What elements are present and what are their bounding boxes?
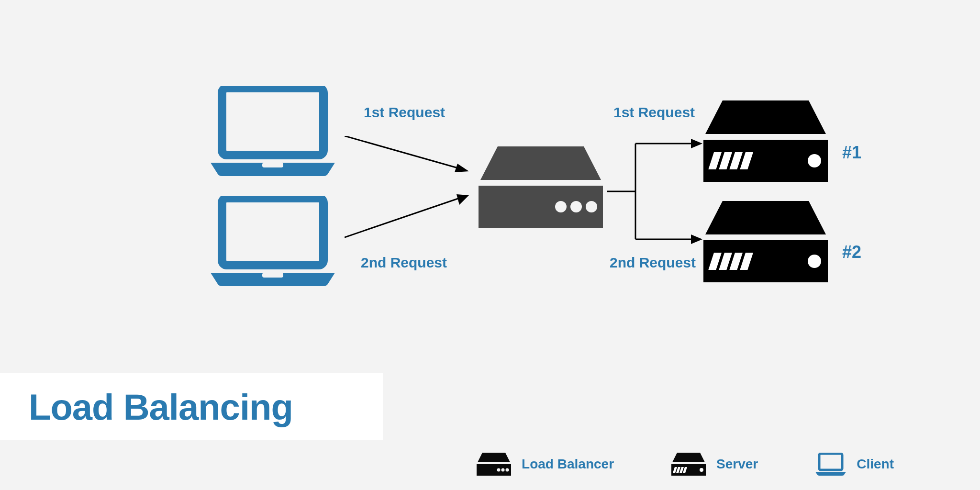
arrow-client2-to-lb (345, 191, 469, 239)
svg-point-32 (501, 468, 505, 472)
svg-point-5 (555, 201, 567, 212)
server-number-2: #2 (842, 242, 861, 262)
server-legend-icon (671, 453, 706, 476)
svg-point-7 (586, 201, 597, 212)
legend: Load Balancer Server Client (477, 453, 894, 476)
client-icon-2 (211, 196, 335, 287)
load-balancer-legend-icon (477, 453, 511, 476)
diagram-canvas: #1 #2 1st Request 2nd Request 1st Reques… (0, 0, 980, 490)
svg-point-6 (570, 201, 582, 212)
svg-point-33 (506, 468, 509, 472)
svg-point-31 (497, 468, 501, 472)
svg-rect-4 (479, 186, 603, 228)
diagram-title: Load Balancing (29, 386, 293, 428)
legend-item-load-balancer: Load Balancer (477, 453, 614, 476)
svg-line-20 (345, 136, 459, 168)
arrow-label-right-top: 1st Request (613, 104, 695, 121)
svg-rect-40 (819, 454, 842, 470)
svg-rect-0 (222, 88, 323, 155)
svg-line-22 (345, 198, 459, 237)
svg-marker-29 (691, 234, 702, 244)
svg-marker-23 (457, 194, 469, 205)
svg-marker-21 (455, 164, 469, 172)
legend-label-load-balancer: Load Balancer (522, 457, 614, 472)
svg-point-39 (700, 468, 703, 472)
legend-label-server: Server (716, 457, 758, 472)
svg-rect-2 (222, 198, 323, 265)
svg-rect-3 (262, 273, 283, 278)
server-icon-2 (703, 201, 828, 282)
arrow-label-left-bottom: 2nd Request (361, 255, 447, 271)
arrow-client1-to-lb (345, 136, 469, 174)
legend-item-client: Client (815, 453, 894, 476)
arrow-lb-split (607, 134, 702, 249)
svg-point-19 (808, 255, 821, 268)
arrow-label-left-top: 1st Request (364, 104, 445, 121)
svg-point-13 (808, 154, 821, 167)
load-balancer-icon (479, 146, 603, 228)
svg-rect-1 (262, 163, 283, 167)
client-legend-icon (815, 453, 846, 476)
client-icon-1 (211, 86, 335, 177)
svg-marker-27 (691, 139, 702, 148)
server-icon-1 (703, 100, 828, 182)
arrow-label-right-bottom: 2nd Request (610, 255, 696, 271)
server-number-1: #1 (842, 143, 861, 163)
legend-item-server: Server (671, 453, 758, 476)
legend-label-client: Client (857, 457, 894, 472)
title-box: Load Balancing (0, 373, 383, 440)
